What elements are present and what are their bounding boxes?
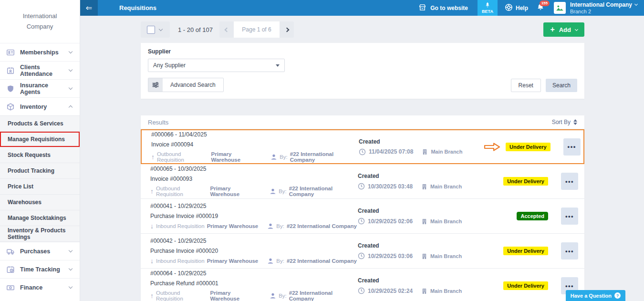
- sidebar-item-memberships[interactable]: Memberships: [0, 43, 80, 61]
- add-button[interactable]: + Add: [543, 22, 584, 37]
- chevron-down-icon: [159, 27, 163, 31]
- caret-down-icon: [276, 64, 280, 67]
- row-by-label: By:: [279, 188, 287, 194]
- row-created: 10/29/2025 03:06: [368, 253, 413, 259]
- status-badge: Under Delivery: [503, 177, 548, 186]
- id-card-icon: [6, 48, 15, 57]
- row-by: #22 International Company: [289, 290, 358, 301]
- search-button[interactable]: Search: [546, 79, 577, 92]
- person-icon: [270, 292, 276, 299]
- chevron-down-icon: [69, 68, 73, 72]
- clock-icon: [358, 218, 365, 225]
- beta-button[interactable]: BETA: [478, 0, 498, 16]
- sidebar-item-purchases[interactable]: Purchases: [0, 242, 80, 260]
- sidebar-item-label: Time Tracking: [20, 266, 69, 273]
- select-all-dropdown[interactable]: [141, 21, 170, 38]
- sidebar-item-inventory[interactable]: Inventory: [0, 97, 80, 115]
- sidebar-company-name: International Company: [0, 0, 80, 43]
- direction-arrow-icon: ↑: [150, 188, 154, 194]
- building-icon: [422, 148, 428, 155]
- notification-count-badge: 155: [540, 0, 550, 6]
- sidebar-item-inventory-products-settings[interactable]: Inventory & Products Settings: [0, 226, 80, 242]
- table-row[interactable]: #000041 - 10/29/2025 Purchase Invoice #0…: [141, 199, 584, 234]
- have-a-question-button[interactable]: Have a Question ?: [566, 290, 625, 301]
- sort-by-button[interactable]: Sort By: [552, 119, 577, 125]
- reset-button[interactable]: Reset: [511, 79, 541, 92]
- supplier-label: Supplier: [148, 48, 577, 55]
- ellipsis-icon: •••: [565, 282, 574, 290]
- direction-arrow-icon: ↑: [151, 154, 155, 160]
- row-doc: Purchase Invoice #000020: [150, 248, 358, 254]
- topbar-right-cluster: Go to website BETA Help 155 Internat: [418, 0, 644, 16]
- inventory-submenu: Products & Services Manage Requisitions …: [0, 115, 80, 242]
- sidebar-item-label: Memberships: [20, 49, 69, 56]
- table-row[interactable]: #000065 - 10/30/2025 Invoice #000093 ↑ O…: [141, 164, 584, 199]
- sidebar-item-insurance-agents[interactable]: Insurance Agents: [0, 79, 80, 97]
- sidebar-item-label: Insurance Agents: [20, 82, 69, 95]
- page-indicator[interactable]: Page 1 of 6: [234, 21, 280, 38]
- building-icon: [421, 253, 427, 259]
- pagination: Page 1 of 6: [219, 21, 294, 38]
- box-icon: [6, 103, 15, 111]
- go-to-website-link[interactable]: Go to website: [418, 4, 468, 12]
- truck-icon: [6, 247, 15, 256]
- sidebar-item-price-list[interactable]: Price List: [0, 179, 80, 195]
- results-title: Results: [148, 119, 168, 126]
- row-warehouse: Primary Warehouse: [207, 223, 259, 229]
- list-toolbar: 1 - 20 of 107 Page 1 of 6 + Add: [141, 21, 584, 38]
- time-tracking-icon: [6, 265, 15, 274]
- row-actions-button[interactable]: •••: [561, 208, 578, 225]
- chevron-down-icon: [69, 50, 73, 53]
- status-badge: Under Delivery: [503, 281, 548, 290]
- sidebar-item-clients-attendance[interactable]: Clients Attendance: [0, 61, 80, 79]
- row-by-label: By:: [280, 154, 288, 160]
- chevron-down-icon: [69, 267, 73, 270]
- row-by: #22 International Company: [290, 151, 359, 163]
- sidebar-item-label: Finance: [20, 284, 69, 291]
- sidebar: International Company Memberships Client…: [0, 0, 80, 301]
- row-actions-button[interactable]: •••: [563, 138, 581, 156]
- row-by: #22 International Company: [289, 186, 358, 197]
- chevron-left-icon: [224, 27, 229, 32]
- row-id-date: #000064 - 10/29/2025: [150, 270, 358, 277]
- notifications-button[interactable]: 155: [537, 3, 544, 13]
- sidebar-item-manage-requisitions[interactable]: Manage Requisitions: [0, 132, 80, 147]
- sidebar-item-product-tracking[interactable]: Product Tracking: [0, 163, 80, 179]
- help-button[interactable]: Help: [505, 3, 528, 13]
- results-panel: Results Sort By #000066 - 11/04/2025 Inv…: [141, 115, 584, 301]
- clock-icon: [358, 287, 365, 294]
- row-by-label: By:: [279, 293, 287, 299]
- company-switcher[interactable]: International Company Branch 2: [570, 1, 644, 15]
- sidebar-item-stock-requests[interactable]: Stock Requests: [0, 147, 80, 163]
- row-actions-button[interactable]: •••: [561, 173, 578, 190]
- ellipsis-icon: •••: [565, 178, 574, 185]
- chevron-up-icon: [69, 105, 73, 109]
- row-actions-button[interactable]: •••: [561, 242, 578, 259]
- select-all-checkbox[interactable]: [147, 26, 155, 34]
- sidebar-item-label: Purchases: [20, 248, 69, 255]
- sidebar-item-label: Inventory: [20, 104, 69, 110]
- sidebar-item-warehouses[interactable]: Warehouses: [0, 195, 80, 210]
- collapse-arrow-icon: ⇐: [86, 3, 92, 12]
- avatar[interactable]: [554, 2, 566, 14]
- supplier-select[interactable]: Any Supplier: [148, 59, 285, 72]
- company-name: International Company: [570, 1, 632, 8]
- ellipsis-icon: •••: [565, 213, 574, 220]
- direction-arrow-icon: ↓: [150, 223, 154, 229]
- storefront-icon: [418, 4, 426, 12]
- row-created-label: Created: [358, 208, 483, 214]
- sidebar-item-products-services[interactable]: Products & Services: [0, 116, 80, 132]
- previous-page-button[interactable]: [219, 21, 234, 38]
- sidebar-item-finance[interactable]: Finance: [0, 278, 80, 296]
- advanced-search-button[interactable]: Advanced Search: [148, 78, 224, 92]
- sidebar-item-manage-stocktakings[interactable]: Manage Stocktakings: [0, 210, 80, 226]
- annotation-arrow-icon: [484, 142, 501, 152]
- sidebar-collapse-button[interactable]: ⇐: [80, 0, 98, 16]
- sidebar-item-time-tracking[interactable]: Time Tracking: [0, 260, 80, 278]
- next-page-button[interactable]: [280, 21, 294, 38]
- row-doc: Invoice #000093: [150, 176, 358, 182]
- table-row[interactable]: #000066 - 11/04/2025 Invoice #000094 ↑ O…: [141, 129, 584, 164]
- table-row[interactable]: #000042 - 10/29/2025 Purchase Invoice #0…: [141, 234, 584, 269]
- table-row[interactable]: #000064 - 10/29/2025 Purchase Refund #00…: [141, 269, 584, 301]
- row-direction-label: Outbound Requisition: [156, 290, 208, 301]
